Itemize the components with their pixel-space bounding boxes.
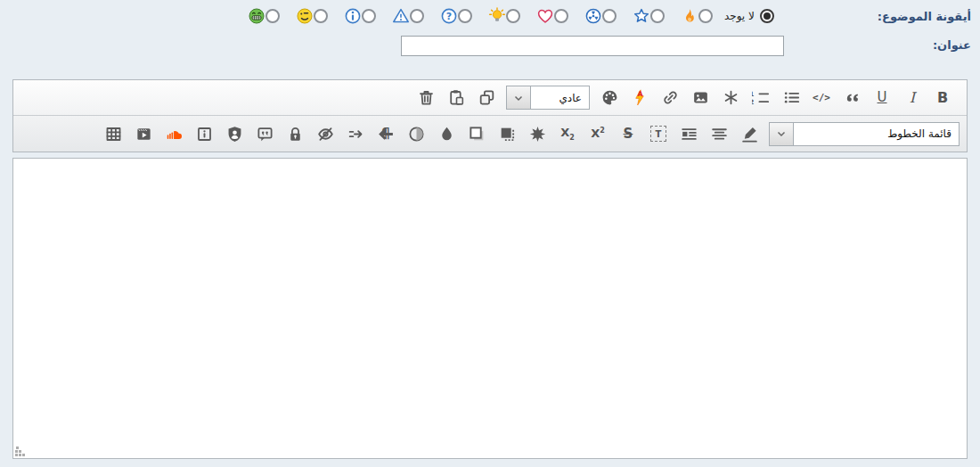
superscript-button[interactable]: X2	[584, 120, 612, 147]
topic-icon-option-grin[interactable]	[243, 7, 280, 25]
quote-bubble-icon	[256, 125, 274, 143]
eye-slash-icon	[316, 125, 335, 143]
topic-icon-radio-grin[interactable]	[265, 9, 280, 23]
topic-icon-radio-flame[interactable]	[698, 9, 713, 23]
topic-icon-row: أيقونة الموضوع: لا يوجد	[0, 0, 980, 27]
asterisk-button[interactable]	[717, 85, 745, 111]
topic-icon-option-heart[interactable]	[532, 7, 568, 25]
topic-icon-radio-none[interactable]	[760, 9, 774, 23]
outline-box-icon	[468, 125, 486, 143]
quote-bubble-button[interactable]	[251, 120, 279, 147]
topic-icon-option-lightbulb[interactable]	[484, 7, 520, 25]
outline-box-button[interactable]	[463, 120, 491, 147]
trash-icon	[417, 88, 436, 107]
arrow-right-bar-icon	[347, 125, 365, 143]
video-button[interactable]	[130, 120, 158, 147]
ltr-direction-button[interactable]	[342, 120, 370, 147]
chevron-down-icon	[776, 128, 787, 139]
user-shield-icon	[225, 125, 244, 143]
topic-icon-option-flame[interactable]	[676, 7, 713, 25]
remove-format-icon: A	[631, 88, 649, 107]
link-button[interactable]	[657, 85, 684, 111]
title-input[interactable]	[401, 36, 784, 56]
bold-button[interactable]: B	[929, 85, 957, 111]
link-icon	[661, 88, 680, 107]
resize-grip[interactable]	[15, 444, 28, 456]
info-box-button[interactable]	[191, 120, 218, 147]
topic-icon-radio-star[interactable]	[650, 9, 665, 23]
topic-icon-option-star[interactable]	[628, 7, 665, 25]
filled-box-button[interactable]	[494, 120, 521, 147]
remove-format-button[interactable]: A	[626, 85, 654, 111]
flame-icon	[681, 7, 698, 25]
editor-content-area[interactable]	[12, 158, 968, 459]
topic-icon-options: لا يوجد	[232, 7, 774, 25]
paste-button[interactable]	[443, 85, 470, 111]
underline-button[interactable]: U	[869, 85, 896, 111]
topic-icon-option-none[interactable]: لا يوجد	[724, 9, 774, 23]
paste-icon	[447, 88, 466, 107]
highlight-button[interactable]	[736, 120, 764, 147]
ordered-list-button[interactable]: 1 2	[747, 85, 775, 111]
grin-smiley-icon	[248, 7, 265, 25]
lock-button[interactable]	[282, 120, 309, 147]
unordered-list-icon	[782, 88, 801, 107]
font-list-value: قائمة الخطوط	[793, 122, 960, 146]
align-center-button[interactable]	[706, 120, 733, 147]
image-button[interactable]	[687, 85, 715, 111]
topic-icon-option-question[interactable]: ?	[436, 7, 472, 25]
topic-icon-option-wink[interactable]	[291, 7, 328, 25]
title-label: عنوان:	[933, 38, 971, 52]
half-circle-icon	[407, 125, 426, 143]
indent-icon	[680, 125, 698, 143]
delete-button[interactable]	[412, 85, 440, 111]
topic-icon-radio-radiation[interactable]	[602, 9, 617, 23]
unordered-list-button[interactable]	[778, 85, 805, 111]
ordered-list-icon: 1 2	[752, 88, 771, 107]
warning-icon	[392, 7, 410, 25]
topic-icon-radio-warning[interactable]	[410, 9, 424, 23]
starburst-icon	[528, 125, 547, 143]
underline-icon: U	[878, 91, 887, 104]
paragraph-style-dropdown[interactable]: عادي	[506, 86, 590, 110]
subscript-button[interactable]: X2	[554, 120, 582, 147]
image-icon	[691, 88, 710, 107]
rtl-paragraph-button[interactable]: ¶	[372, 120, 400, 147]
paragraph-style-dropdown-button[interactable]	[506, 86, 530, 110]
soundcloud-button[interactable]	[160, 120, 188, 147]
topic-icon-radio-wink[interactable]	[314, 9, 328, 23]
hide-content-button[interactable]	[312, 120, 339, 147]
text-box-button[interactable]: T	[645, 120, 673, 147]
strikethrough-icon: S	[624, 127, 633, 141]
topic-icon-radio-heart[interactable]	[554, 9, 568, 23]
code-button[interactable]: </>	[808, 85, 836, 111]
topic-icon-radio-question[interactable]	[458, 9, 472, 23]
starburst-button[interactable]	[524, 120, 551, 147]
lock-icon	[286, 125, 305, 143]
svg-text:2: 2	[752, 98, 754, 106]
topic-icon-label: أيقونة الموضوع:	[878, 10, 971, 23]
strikethrough-button[interactable]: S	[615, 120, 642, 147]
text-box-icon: T	[650, 126, 666, 142]
color-palette-button[interactable]	[596, 85, 624, 111]
quote-icon	[843, 88, 862, 107]
topic-icon-radio-lightbulb[interactable]	[506, 9, 520, 23]
member-badge-button[interactable]	[221, 120, 249, 147]
topic-icon-option-radiation[interactable]	[580, 7, 617, 25]
radiation-icon	[584, 7, 602, 25]
opacity-button[interactable]	[403, 120, 430, 147]
topic-icon-option-info[interactable]	[339, 7, 376, 25]
topic-icon-radio-info[interactable]	[362, 9, 376, 23]
quote-button[interactable]	[838, 85, 866, 111]
chevron-down-icon	[513, 93, 524, 103]
italic-button[interactable]: I	[899, 85, 927, 111]
table-button[interactable]	[100, 120, 127, 147]
copy-button[interactable]	[473, 85, 501, 111]
font-list-dropdown-button[interactable]	[769, 122, 793, 146]
droplet-button[interactable]	[433, 120, 461, 147]
indent-button[interactable]	[675, 120, 703, 147]
bold-icon: B	[937, 91, 948, 105]
topic-icon-option-warning[interactable]	[388, 7, 424, 25]
font-list-dropdown[interactable]: قائمة الخطوط	[769, 122, 960, 146]
topic-icon-none-label: لا يوجد	[724, 10, 755, 22]
